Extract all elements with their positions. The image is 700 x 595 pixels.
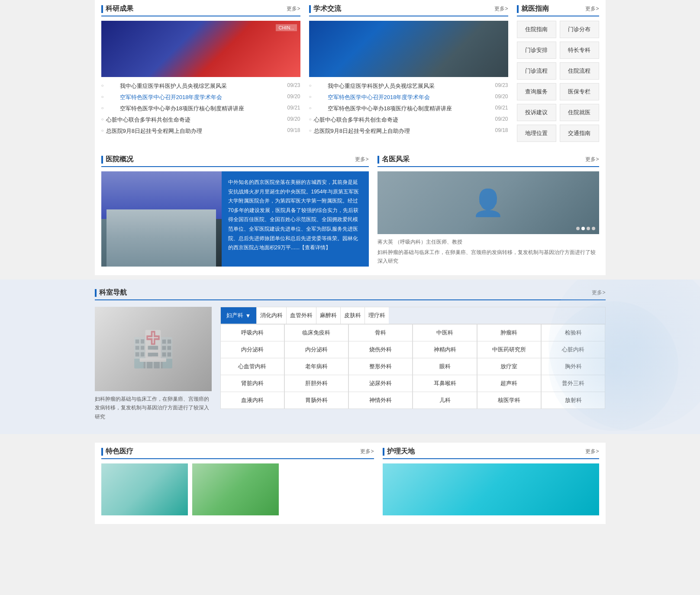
featured-title: 特色医疗 bbox=[101, 447, 133, 456]
dept-cell-nuclear[interactable]: 核医学科 bbox=[477, 392, 541, 409]
tab-label: 妇产科 bbox=[226, 312, 243, 319]
dept-cell-pediatrics[interactable]: 儿科 bbox=[413, 392, 477, 409]
news-link[interactable]: 空军特色医学中心召开2018年度学术年会 bbox=[328, 93, 479, 101]
guide-btn-query[interactable]: 查询服务 bbox=[517, 83, 556, 100]
guide-btn-location[interactable]: 地理位置 bbox=[517, 125, 556, 142]
news-text: 空军特色医学中心举办18项医疗核心制度精讲讲座 bbox=[328, 105, 479, 113]
dept-cell-tcm-research[interactable]: 中医药研究所 bbox=[477, 341, 541, 358]
news-text: 心脏中心联合多学科共创生命奇迹 bbox=[106, 116, 285, 124]
research-more[interactable]: 更多> bbox=[287, 5, 300, 13]
news-text: 总医院9月8日起挂号全程网上自助办理 bbox=[314, 127, 493, 135]
dept-cell-lab[interactable]: 检验科 bbox=[541, 325, 605, 341]
dept-cell-orthopedics[interactable]: 骨科 bbox=[348, 325, 413, 341]
nursing-more[interactable]: 更多> bbox=[585, 448, 599, 455]
dept-cell-respiratory[interactable]: 呼吸内科 bbox=[220, 325, 284, 341]
tab-arrow: ▼ bbox=[245, 312, 251, 319]
news-date: 09/20 bbox=[287, 116, 300, 122]
news-text: 我中心重症医学科医护人员央视综艺展风采 bbox=[328, 82, 479, 90]
dept-nav-section: 科室导航 更多> 🏥 妇科肿瘤的基础与临床工作，在卵巢癌、宫颈癌的发病转移，复发… bbox=[95, 288, 606, 421]
guide-btn-outpatient-flow[interactable]: 门诊流程 bbox=[517, 62, 556, 80]
guide-btn-traffic[interactable]: 交通指南 bbox=[560, 125, 599, 142]
dept-cell-endo2[interactable]: 内分泌科 bbox=[284, 341, 348, 358]
dept-cell-plastic[interactable]: 整形外科 bbox=[348, 358, 413, 375]
research-image: CHIN... bbox=[101, 21, 300, 77]
dept-cell-gastro[interactable]: 胃肠外科 bbox=[284, 392, 348, 409]
dept-cell-ent[interactable]: 耳鼻喉科 bbox=[413, 375, 477, 392]
dept-cell-urology[interactable]: 泌尿外科 bbox=[348, 375, 413, 392]
dept-cell-cardiovascular[interactable]: 心血管内科 bbox=[220, 358, 284, 375]
guide-title: 就医指南 bbox=[517, 4, 549, 13]
dept-cell-nephrology[interactable]: 肾脏内科 bbox=[220, 375, 284, 392]
famous-doctor-title: 名医风采 bbox=[377, 155, 410, 164]
dept-cell-geriatrics[interactable]: 老年病科 bbox=[284, 358, 348, 375]
dept-cell-general-surgery[interactable]: 普外三科 bbox=[541, 375, 605, 392]
famous-doctor-header: 名医风采 更多> bbox=[377, 155, 599, 167]
guide-btn-outpatient-dist[interactable]: 门诊分布 bbox=[560, 21, 599, 38]
academic-more[interactable]: 更多> bbox=[494, 5, 508, 13]
academic-title: 学术交流 bbox=[309, 4, 341, 13]
news-date: 09/21 bbox=[287, 105, 300, 111]
dept-cell-immunology[interactable]: 临床免疫科 bbox=[284, 325, 348, 341]
list-item[interactable]: 空军特色医学中心召开2018年度学术年会 09/20 bbox=[101, 92, 300, 103]
dept-cell-thoracic[interactable]: 胸外科 bbox=[541, 358, 605, 375]
famous-doctor-more[interactable]: 更多> bbox=[585, 156, 599, 163]
news-text: 我中心重症医学科医护人员央视综艺展风采 bbox=[120, 82, 271, 90]
guide-btn-checkin[interactable]: 住院就医 bbox=[560, 104, 599, 121]
dot-3[interactable] bbox=[587, 227, 590, 230]
dept-grid: 呼吸内科 临床免疫科 骨科 中医科 肿瘤科 检验科 内分泌科 内分泌科 烧伤外科… bbox=[220, 324, 606, 409]
featured-more[interactable]: 更多> bbox=[360, 448, 374, 455]
dept-grid-area: 妇产科 ▼ 消化内科 血管外科 麻醉科 皮肤科 理疗科 呼吸内科 临床免疫科 骨… bbox=[220, 307, 606, 421]
dept-cell-ultrasound[interactable]: 超声科 bbox=[477, 375, 541, 392]
dept-nav-more[interactable]: 更多> bbox=[592, 289, 605, 296]
dept-cell-radiotherapy[interactable]: 放疗室 bbox=[477, 358, 541, 375]
guide-more[interactable]: 更多> bbox=[585, 5, 599, 13]
guide-section: 就医指南 更多> 住院指南 门诊分布 门诊安排 特长专科 门诊流程 住院流程 查… bbox=[517, 4, 599, 142]
dot-2[interactable] bbox=[581, 227, 585, 230]
dept-cell-tcm[interactable]: 中医科 bbox=[413, 325, 477, 341]
dot-4[interactable] bbox=[592, 227, 595, 230]
dept-cell-oncology[interactable]: 肿瘤科 bbox=[477, 325, 541, 341]
guide-btn-hospital[interactable]: 住院指南 bbox=[517, 21, 556, 38]
dept-cell-ophthalmology[interactable]: 眼科 bbox=[413, 358, 477, 375]
dept-nav-title: 科室导航 bbox=[95, 288, 127, 297]
dept-cell-radiology[interactable]: 放射科 bbox=[541, 392, 605, 409]
dept-cell-endo1[interactable]: 内分泌科 bbox=[220, 341, 284, 358]
list-item: 空军特色医学中心举办18项医疗核心制度精讲讲座 09/21 bbox=[101, 103, 300, 114]
dept-tab-ob[interactable]: 妇产科 ▼ bbox=[221, 307, 257, 324]
dept-cell-hematology[interactable]: 血液内科 bbox=[220, 392, 284, 409]
list-item[interactable]: 空军特色医学中心召开2018年度学术年会 09/20 bbox=[309, 92, 508, 103]
dept-cell-vascular[interactable]: 血管外科 bbox=[286, 307, 316, 324]
overview-more[interactable]: 更多> bbox=[355, 156, 368, 163]
dept-cell-therapy[interactable]: 理疗科 bbox=[365, 307, 389, 324]
featured-image-1 bbox=[101, 463, 188, 515]
nursing-title: 护理天地 bbox=[383, 447, 415, 456]
dept-cell-skin[interactable]: 皮肤科 bbox=[340, 307, 365, 324]
research-header: 科研成果 更多> bbox=[101, 4, 300, 16]
overview-header: 医院概况 更多> bbox=[101, 155, 369, 167]
guide-btn-outpatient-arrange[interactable]: 门诊安排 bbox=[517, 42, 556, 59]
dept-image-desc: 妇科肿瘤的基础与临床工作，在卵巢癌、宫颈癌的发病转移，复发机制与基因治疗方面进行… bbox=[95, 395, 212, 421]
nursing-section: 护理天地 更多> bbox=[383, 447, 599, 515]
dept-cell-hepato[interactable]: 肝胆外科 bbox=[284, 375, 348, 392]
news-text: 总医院9月8日起挂号全程网上自助办理 bbox=[106, 127, 285, 135]
dept-cell-anesthesia[interactable]: 麻醉科 bbox=[316, 307, 340, 324]
guide-btn-insurance[interactable]: 医保专栏 bbox=[560, 83, 599, 100]
dept-cell-neuro[interactable]: 神精内科 bbox=[413, 341, 477, 358]
guide-btn-admission-flow[interactable]: 住院流程 bbox=[560, 62, 599, 80]
dept-cell-digestion[interactable]: 消化内科 bbox=[256, 307, 286, 324]
guide-btn-specialty[interactable]: 特长专科 bbox=[560, 42, 599, 59]
dot-1[interactable] bbox=[576, 227, 580, 230]
section-divider-1 bbox=[0, 275, 700, 280]
featured-section: 特色医疗 更多> bbox=[101, 447, 374, 515]
news-date: 09/23 bbox=[287, 82, 300, 88]
list-item: 空军特色医学中心举办18项医疗核心制度精讲讲座 09/21 bbox=[309, 103, 508, 114]
guide-btn-complaint[interactable]: 投诉建议 bbox=[517, 104, 556, 121]
featured-image-2 bbox=[192, 463, 279, 515]
dept-cell-cardio[interactable]: 心脏内科 bbox=[541, 341, 605, 358]
dept-nav-header: 科室导航 更多> bbox=[95, 288, 606, 300]
academic-header: 学术交流 更多> bbox=[309, 4, 508, 16]
dept-cell-neuro-surgery[interactable]: 神情外科 bbox=[348, 392, 413, 409]
news-link[interactable]: 空军特色医学中心召开2018年度学术年会 bbox=[120, 93, 271, 101]
dept-cell-burn[interactable]: 烧伤外科 bbox=[348, 341, 413, 358]
news-date: 09/20 bbox=[495, 116, 508, 122]
